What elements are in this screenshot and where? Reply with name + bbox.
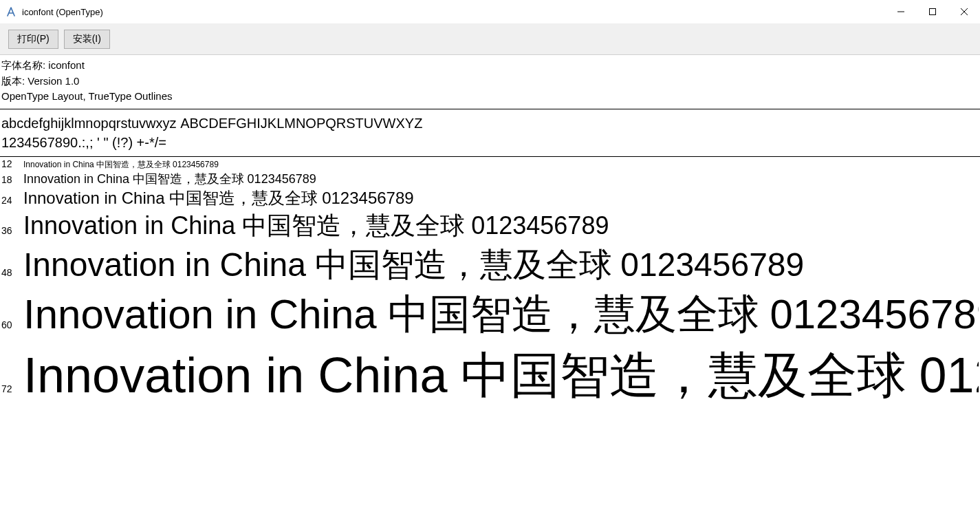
sample-size-label: 24 — [1, 195, 23, 206]
sample-latin: Innovation in China — [23, 291, 388, 337]
svg-rect-0 — [930, 9, 936, 15]
sample-text: Innovation in China 中国智造，慧及全球 0123456789 — [23, 171, 316, 187]
font-app-icon — [6, 6, 17, 17]
sample-cjk: 中国智造，慧及全球 — [169, 189, 322, 207]
minimize-button[interactable] — [885, 0, 917, 23]
sample-latin: Innovation in China — [23, 246, 315, 283]
sample-digits: 0123456789 — [173, 160, 219, 169]
font-name-label: 字体名称: — [1, 59, 45, 71]
font-name-row: 字体名称: iconfont — [1, 58, 979, 74]
sample-text: Innovation in China 中国智造，慧及全球 0123456789 — [23, 343, 979, 409]
charset-alpha-row: abcdefghijklmnopqrstuvwxyz ABCDEFGHIJKLM… — [1, 114, 979, 133]
maximize-button[interactable] — [917, 0, 948, 23]
sample-cjk: 中国智造，慧及全球 — [461, 348, 919, 403]
sample-cjk: 中国智造，慧及全球 — [96, 160, 173, 169]
install-button[interactable]: 安装(I) — [64, 30, 110, 49]
sample-digits: 0123456789 — [248, 172, 316, 186]
charset-uppercase: ABCDEFGHIJKLMNOPQRSTUVWXYZ — [180, 116, 422, 131]
print-button[interactable]: 打印(P) — [8, 30, 58, 49]
sample-cjk: 中国智造，慧及全球 — [242, 212, 471, 240]
sample-latin: Innovation in China — [23, 189, 169, 207]
font-version-label: 版本: — [1, 75, 25, 87]
sample-cjk: 中国智造，慧及全球 — [315, 246, 620, 283]
font-name-value: iconfont — [48, 59, 85, 71]
font-version-row: 版本: Version 1.0 — [1, 74, 979, 89]
window-controls — [885, 0, 980, 23]
charset-lowercase: abcdefghijklmnopqrstuvwxyz — [1, 116, 177, 131]
sample-digits: 0123456789 — [620, 246, 804, 283]
sample-latin: Innovation in China — [23, 160, 96, 169]
sample-text: Innovation in China 中国智造，慧及全球 0123456789 — [23, 287, 979, 343]
sample-row: 12Innovation in China 中国智造，慧及全球 01234567… — [1, 158, 979, 171]
sample-row: 36Innovation in China 中国智造，慧及全球 01234567… — [1, 209, 979, 243]
window-title: iconfont (OpenType) — [22, 7, 885, 17]
sample-size-label: 36 — [1, 225, 23, 236]
sample-latin: Innovation in China — [23, 348, 461, 403]
sample-row: 24Innovation in China 中国智造，慧及全球 01234567… — [1, 187, 979, 209]
sample-text: Innovation in China 中国智造，慧及全球 0123456789 — [23, 187, 414, 209]
sample-size-label: 12 — [1, 158, 23, 169]
charset-digits-symbols: 1234567890.:,; ' " (!?) +-*/= — [1, 135, 166, 150]
character-set: abcdefghijklmnopqrstuvwxyz ABCDEFGHIJKLM… — [0, 109, 980, 157]
titlebar: iconfont (OpenType) — [0, 0, 980, 23]
sample-row: 18Innovation in China 中国智造，慧及全球 01234567… — [1, 171, 979, 187]
sample-digits: 0123456789 — [919, 348, 979, 403]
sample-row: 48Innovation in China 中国智造，慧及全球 01234567… — [1, 243, 979, 287]
close-button[interactable] — [948, 0, 980, 23]
sample-size-label: 48 — [1, 267, 23, 278]
sample-row: 72Innovation in China 中国智造，慧及全球 01234567… — [1, 343, 979, 409]
sample-latin: Innovation in China — [23, 211, 242, 240]
charset-digits-row: 1234567890.:,; ' " (!?) +-*/= — [1, 133, 979, 152]
font-info: 字体名称: iconfont 版本: Version 1.0 OpenType … — [0, 55, 980, 109]
font-version-value: Version 1.0 — [28, 75, 79, 87]
sample-row: 60Innovation in China 中国智造，慧及全球 01234567… — [1, 287, 979, 343]
sample-digits: 0123456789 — [471, 211, 609, 240]
sample-text: Innovation in China 中国智造，慧及全球 0123456789 — [23, 159, 219, 171]
sample-text: Innovation in China 中国智造，慧及全球 0123456789 — [23, 209, 609, 243]
sample-cjk: 中国智造，慧及全球 — [133, 172, 248, 186]
sample-size-label: 60 — [1, 319, 23, 330]
sample-digits: 0123456789 — [770, 291, 979, 337]
toolbar: 打印(P) 安装(I) — [0, 23, 980, 55]
sample-text: Innovation in China 中国智造，慧及全球 0123456789 — [23, 243, 804, 287]
sample-sizes: 12Innovation in China 中国智造，慧及全球 01234567… — [0, 157, 980, 511]
sample-latin: Innovation in China — [23, 172, 133, 186]
sample-size-label: 72 — [1, 383, 23, 394]
sample-size-label: 18 — [1, 174, 23, 185]
font-layout-row: OpenType Layout, TrueType Outlines — [1, 89, 979, 105]
sample-digits: 0123456789 — [322, 189, 413, 207]
sample-cjk: 中国智造，慧及全球 — [388, 292, 770, 337]
